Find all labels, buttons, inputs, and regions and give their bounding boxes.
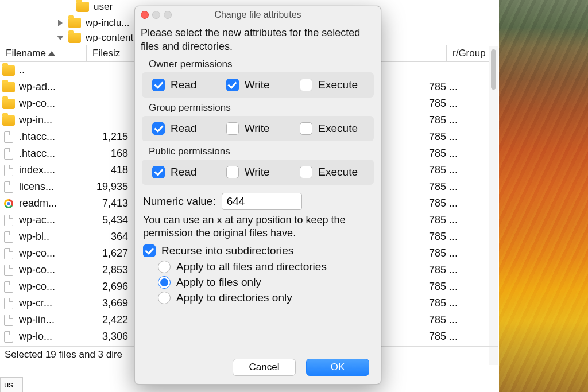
- checkbox-checked-icon[interactable]: [152, 122, 165, 135]
- row-filename: wp-lo...: [19, 331, 82, 343]
- row-size: 418: [82, 164, 129, 176]
- row-filename: licens...: [19, 181, 82, 193]
- file-icon: [4, 215, 13, 226]
- cancel-button[interactable]: Cancel: [233, 359, 296, 376]
- row-filename: wp-ac...: [19, 214, 82, 226]
- folder-icon: [2, 65, 15, 76]
- row-owner-group: 785 ...: [429, 297, 486, 309]
- checkbox-unchecked-icon[interactable]: [300, 166, 312, 178]
- row-filename: .htacc...: [19, 131, 82, 143]
- dialog-titlebar: Change file attributes: [135, 6, 381, 24]
- owner-read[interactable]: Read: [152, 79, 226, 91]
- tree-item-wp-content[interactable]: wp-content: [58, 31, 133, 45]
- vertical-scrollbar[interactable]: [489, 46, 498, 365]
- checkbox-checked-icon[interactable]: [152, 166, 165, 178]
- file-icon: [4, 265, 13, 276]
- checkbox-checked-icon[interactable]: [226, 79, 239, 91]
- group-write[interactable]: Write: [226, 122, 300, 135]
- recurse-mode-group: Apply to all files and directories Apply…: [158, 261, 375, 304]
- radio-unchecked-icon[interactable]: [158, 261, 171, 273]
- group-execute[interactable]: Execute: [300, 122, 374, 135]
- checkbox-unchecked-icon[interactable]: [226, 122, 239, 135]
- row-filename: wp-co...: [19, 247, 82, 259]
- file-icon: [4, 248, 13, 259]
- file-icon: [4, 148, 13, 160]
- bottom-tab[interactable]: us: [0, 377, 23, 392]
- permissions-note: You can use an x at any position to keep…: [143, 214, 373, 240]
- row-owner-group: 785 ...: [429, 131, 486, 143]
- row-filename: wp-co...: [19, 98, 82, 110]
- file-icon: [4, 231, 13, 243]
- checkbox-unchecked-icon[interactable]: [300, 122, 312, 135]
- owner-execute[interactable]: Execute: [300, 79, 374, 91]
- change-attributes-dialog: Change file attributes Please select the…: [134, 6, 381, 385]
- column-filename[interactable]: Filename: [0, 45, 86, 61]
- dialog-intro: Please select the new attributes for the…: [141, 26, 375, 54]
- group-read[interactable]: Read: [152, 122, 226, 135]
- radio-apply-all[interactable]: Apply to all files and directories: [158, 261, 375, 273]
- file-icon: [4, 181, 13, 193]
- file-icon: [4, 281, 13, 293]
- minimize-icon: [152, 11, 160, 19]
- row-size: 2,853: [82, 264, 129, 276]
- bottom-tab-label: us: [4, 379, 13, 389]
- numeric-value-input[interactable]: [222, 193, 302, 210]
- disclosure-down-icon[interactable]: [57, 36, 64, 40]
- disclosure-right-icon[interactable]: [58, 20, 63, 26]
- tree-item-wp-includes[interactable]: wp-inclu...: [58, 16, 130, 30]
- file-icon: [4, 315, 13, 326]
- file-icon: [4, 131, 13, 143]
- radio-checked-icon[interactable]: [158, 276, 171, 289]
- checkbox-unchecked-icon[interactable]: [300, 79, 312, 91]
- tree-item-user[interactable]: user: [76, 0, 113, 14]
- desktop-wallpaper: [496, 0, 588, 392]
- folder-icon: [2, 82, 15, 92]
- sort-asc-icon: [48, 51, 55, 56]
- radio-unchecked-icon[interactable]: [158, 292, 171, 304]
- group-permissions-label: Group permissions: [149, 102, 375, 114]
- row-size: 1,215: [82, 131, 129, 143]
- row-size: 1,627: [82, 247, 129, 259]
- file-icon: [4, 331, 13, 343]
- row-filename: index....: [19, 164, 82, 176]
- tree-item-label: user: [94, 1, 113, 13]
- row-owner-group: 785 ...: [429, 214, 486, 226]
- owner-write[interactable]: Write: [226, 79, 300, 91]
- checkbox-checked-icon[interactable]: [143, 244, 156, 257]
- status-text: Selected 19 files and 3 dire: [5, 349, 122, 360]
- radio-apply-files[interactable]: Apply to files only: [158, 276, 375, 289]
- checkbox-checked-icon[interactable]: [152, 79, 165, 91]
- row-size: 5,434: [82, 214, 129, 226]
- row-size: 2,422: [82, 314, 129, 326]
- recurse-checkbox[interactable]: Recurse into subdirectories: [143, 244, 375, 257]
- row-filename: wp-co...: [19, 264, 82, 276]
- folder-icon: [68, 33, 81, 43]
- scrollbar-thumb[interactable]: [491, 49, 496, 90]
- folder-icon: [68, 18, 81, 28]
- row-size: 364: [82, 231, 129, 243]
- public-read[interactable]: Read: [152, 166, 226, 178]
- row-size: 168: [82, 148, 129, 160]
- row-filename: .htacc...: [19, 148, 82, 160]
- numeric-value-label: Numeric value:: [143, 195, 216, 208]
- dialog-title: Change file attributes: [135, 10, 381, 20]
- column-label: r/Group: [452, 48, 486, 59]
- checkbox-unchecked-icon[interactable]: [226, 166, 239, 178]
- row-filename: ..: [19, 64, 82, 76]
- row-filename: wp-in...: [19, 114, 82, 126]
- zoom-icon: [164, 11, 172, 19]
- radio-apply-dirs[interactable]: Apply to directories only: [158, 292, 375, 304]
- public-execute[interactable]: Execute: [300, 166, 374, 178]
- group-permissions-row: Read Write Execute: [142, 116, 374, 141]
- chrome-icon: [4, 199, 13, 208]
- public-write[interactable]: Write: [226, 166, 300, 178]
- ok-button[interactable]: OK: [306, 359, 369, 376]
- column-label: Filesiz: [92, 48, 120, 59]
- row-owner-group: 785 ...: [429, 114, 486, 126]
- file-icon: [4, 165, 13, 176]
- row-filename: wp-cr...: [19, 297, 82, 309]
- folder-icon: [76, 2, 89, 12]
- owner-permissions-label: Owner permissions: [149, 59, 375, 70]
- close-icon[interactable]: [141, 11, 149, 19]
- tree-item-label: wp-inclu...: [86, 17, 130, 29]
